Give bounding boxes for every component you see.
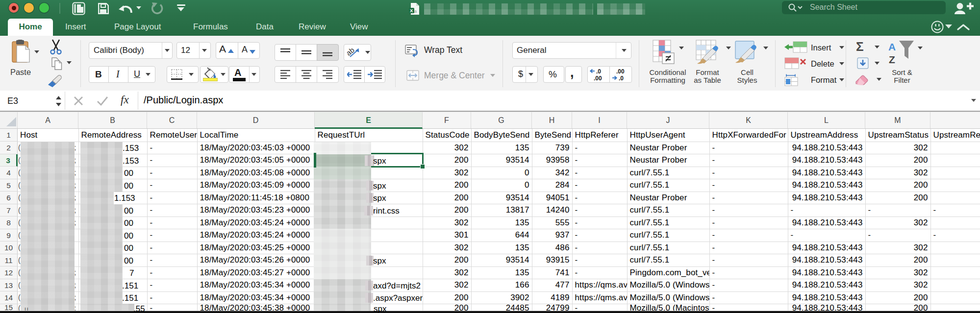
svg-text:.00: .00 xyxy=(616,68,625,75)
svg-text:.0: .0 xyxy=(596,68,601,75)
svg-text:Z: Z xyxy=(889,54,895,65)
svg-text:X: X xyxy=(410,8,413,13)
svg-text:a: a xyxy=(414,9,417,14)
svg-text:A: A xyxy=(888,41,896,52)
svg-text:.0: .0 xyxy=(619,75,624,81)
svg-text:.00: .00 xyxy=(594,75,602,81)
